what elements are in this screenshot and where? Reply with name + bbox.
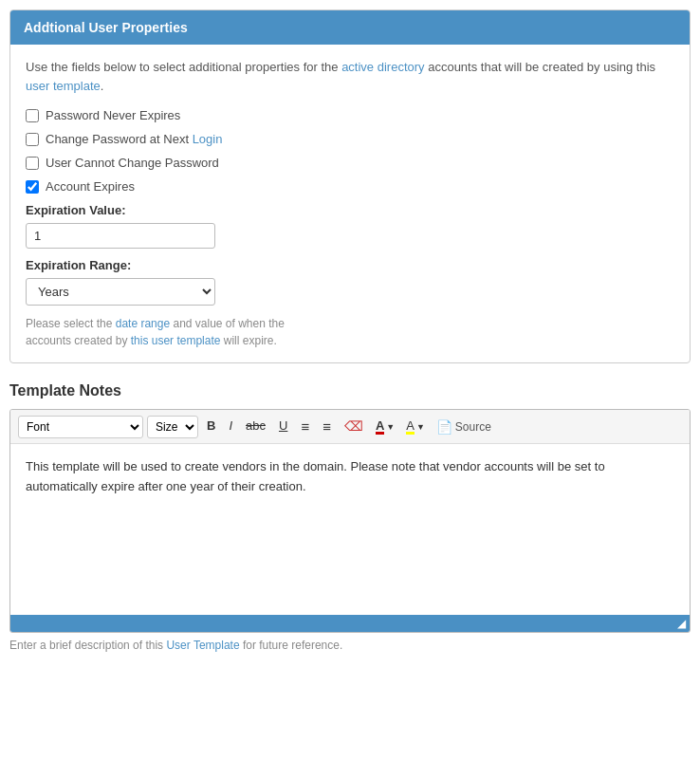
checkbox-row-password-never: Password Never Expires [26, 108, 674, 122]
clear-format-button[interactable]: ⌫ [340, 416, 368, 438]
checkbox-row-account-expires: Account Expires [26, 179, 674, 194]
expiration-hint-text: Please select the date range and value o… [26, 315, 329, 349]
expiration-range-select[interactable]: Years Months Days [26, 278, 215, 306]
source-icon: 📄 [436, 419, 452, 435]
unordered-list-button[interactable]: ≡ [318, 415, 336, 438]
font-color-icon: A [376, 419, 384, 435]
highlight-icon: A [406, 419, 414, 435]
account-expires-checkbox[interactable] [26, 180, 39, 194]
account-expires-label: Account Expires [46, 179, 135, 194]
change-password-label: Change Password at Next Login [46, 132, 222, 146]
footer-hint: Enter a brief description of this User T… [9, 639, 691, 652]
highlight-button[interactable]: A ▼ [402, 417, 429, 436]
strikethrough-button[interactable]: abc [241, 416, 270, 436]
section-title: Addtional User Properties [24, 20, 188, 35]
size-select[interactable]: Size 8 10 12 14 [147, 416, 198, 438]
bold-button[interactable]: B [202, 416, 220, 436]
editor-toolbar: Font Arial Times New Roman Size 8 10 12 … [10, 410, 690, 444]
editor-area[interactable]: This template will be used to create ven… [10, 444, 690, 615]
user-cannot-change-checkbox[interactable] [26, 157, 39, 170]
resize-handle-icon: ◢ [677, 617, 686, 630]
section-header: Addtional User Properties [10, 10, 690, 45]
editor-statusbar: ◢ [10, 615, 690, 632]
template-notes-title: Template Notes [9, 382, 691, 399]
font-color-dropdown-arrow: ▼ [386, 422, 395, 432]
user-cannot-change-label: User Cannot Change Password [46, 156, 219, 170]
expiration-range-label: Expiration Range: [26, 258, 674, 272]
template-notes-section: Template Notes Font Arial Times New Roma… [9, 382, 691, 652]
description-text: Use the fields below to select additiona… [26, 58, 674, 95]
checkbox-row-change-password: Change Password at Next Login [26, 132, 674, 146]
checkbox-row-user-cannot: User Cannot Change Password [26, 156, 674, 170]
expiration-value-label: Expiration Value: [26, 203, 674, 217]
additional-user-properties-card: Addtional User Properties Use the fields… [9, 9, 691, 363]
source-label: Source [455, 420, 491, 434]
source-button[interactable]: 📄 Source [433, 417, 495, 436]
change-password-checkbox[interactable] [26, 133, 39, 146]
italic-button[interactable]: I [224, 416, 237, 436]
password-never-expires-label: Password Never Expires [46, 108, 180, 122]
password-never-expires-checkbox[interactable] [26, 109, 39, 122]
font-color-button[interactable]: A ▼ [372, 417, 398, 436]
editor-content: This template will be used to create ven… [26, 457, 674, 497]
expiration-value-input[interactable] [26, 223, 215, 249]
section-body: Use the fields below to select additiona… [10, 45, 690, 362]
underline-button[interactable]: U [274, 416, 292, 436]
editor-container: Font Arial Times New Roman Size 8 10 12 … [9, 409, 691, 633]
highlight-dropdown-arrow: ▼ [416, 422, 425, 432]
font-select[interactable]: Font Arial Times New Roman [18, 416, 143, 438]
ordered-list-button[interactable]: ≡ [296, 415, 314, 438]
